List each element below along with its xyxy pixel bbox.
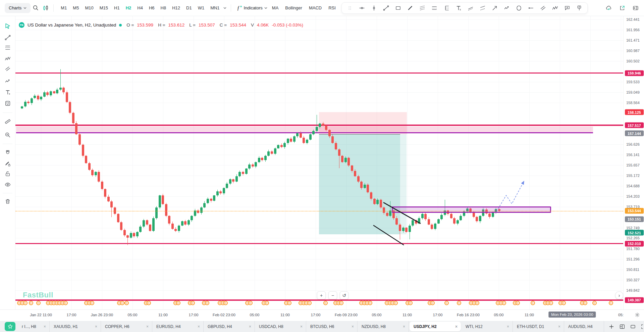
sidebar-tool-unlock-icon[interactable] [3,169,13,179]
fullscreen-icon[interactable] [640,323,644,331]
news-coin-icon[interactable]: C [248,301,253,305]
collapse-right-icon[interactable] [631,3,641,13]
sidebar-tool-brush-lock-icon[interactable] [3,159,13,169]
news-coin-icon[interactable]: C [147,301,151,305]
tab-close-icon[interactable]: × [503,324,509,329]
layout-single-icon[interactable] [629,323,637,331]
timeframe-m5[interactable]: M5 [70,4,81,12]
horizontal-ray-icon[interactable] [525,3,537,13]
disjoint-channel-icon[interactable] [477,3,489,13]
tab-close-icon[interactable]: × [246,324,251,329]
news-coin-icon[interactable]: C [323,301,328,305]
tab-close-icon[interactable]: × [297,324,303,329]
sidebar-tool-zoom-in-icon[interactable] [3,130,13,140]
indicator-shortcut-rsi[interactable]: RSI [326,4,338,12]
parallel-channel-icon[interactable] [537,3,549,13]
sidebar-tool-text-icon[interactable] [3,87,13,97]
indicators-button[interactable]: ƒ+ Indicators [237,5,267,11]
news-coin-icon[interactable]: C [368,301,372,305]
symbol-tab-nzdusd[interactable]: NZDUSD, H8× [358,321,409,332]
chart-plot-area[interactable]: FB US Dollar vs Japanese Yen, H2, Unadju… [15,16,623,310]
symbol-tab-audusd[interactable]: AUDUSD, H4 [564,321,604,332]
zoom-out-button[interactable]: − [328,291,337,299]
favorites-star-button[interactable] [5,322,15,331]
price-label-icon[interactable] [561,3,573,13]
news-coin-icon[interactable]: C [176,301,180,305]
time-axis[interactable]: Mon Feb 23, 2026 03:00 Jan 22 11:0017:00… [0,310,644,321]
ray-lines-icon[interactable] [440,3,452,13]
timeframe-h2[interactable]: H2 [123,4,134,12]
timeframe-m10[interactable]: M10 [83,4,96,12]
timeframe-h8[interactable]: H8 [158,4,169,12]
symbol-tab-usdcad[interactable]: USDCAD, H8× [255,321,306,332]
timeframe-m15[interactable]: M15 [97,4,110,12]
tab-close-icon[interactable]: × [348,324,354,329]
candle-chart-icon[interactable] [41,3,51,13]
charts-menu-button[interactable]: Charts [5,3,31,13]
search-icon[interactable] [31,3,41,13]
vertical-line-icon[interactable] [368,3,380,13]
add-tab-icon[interactable] [607,323,615,331]
tab-close-icon[interactable]: × [40,324,46,329]
symbol-tab-btcusd[interactable]: BTCUSD, H6× [306,321,358,332]
timeframe-w1[interactable]: W1 [196,4,207,12]
trend-angle-icon[interactable] [416,3,428,13]
news-coin-icon[interactable]: C [307,301,312,305]
price-line-152.01[interactable] [15,243,623,244]
symbol-tab-usdjpy[interactable]: USDJPY, H2× [410,322,461,331]
news-coin-icon[interactable]: C [36,301,41,305]
sidebar-tool-magnet-icon[interactable] [3,148,13,158]
price-line-159.946[interactable] [15,73,623,74]
zoom-in-button[interactable]: + [317,291,326,299]
timeframe-h4[interactable]: H4 [135,4,145,12]
tab-close-icon[interactable]: × [452,324,458,329]
news-coin-icon[interactable]: C [408,301,413,305]
axis-settings-gear-icon[interactable] [635,312,640,318]
sidebar-tool-eye-icon[interactable] [3,180,13,190]
indicator-shortcut-ma[interactable]: MA [270,4,281,12]
symbol-tab-eth-usdt[interactable]: ETH-USDT, D1× [513,321,564,332]
elliott-wave-icon[interactable] [549,3,561,13]
slanted-lines-icon[interactable] [465,3,477,13]
news-coin-icon[interactable]: C [124,301,129,305]
price-axis[interactable]: 162.441161.956161.471160.987160.502159.5… [623,16,644,310]
news-coin-icon[interactable]: C [63,301,68,305]
news-coin-icon[interactable]: C [583,301,587,305]
news-coin-icon[interactable]: C [430,301,435,305]
sidebar-tool-ruler-icon[interactable] [3,116,13,127]
symbol-tab-eurusd[interactable]: EURUSD, H4× [152,321,204,332]
news-coin-icon[interactable]: C [393,301,398,305]
timeframe-chevron-icon[interactable] [222,3,228,13]
news-coin-icon[interactable]: C [561,301,566,305]
price-note-icon[interactable] [573,3,585,13]
cloud-sync-icon[interactable] [604,3,614,13]
timeframe-h12[interactable]: H12 [170,4,182,12]
sidebar-tool-polyline-icon[interactable] [3,76,13,86]
news-coin-icon[interactable]: C [191,301,195,305]
symbol-tab-r-i-[interactable]: r I..., H8× [18,321,50,332]
timeframe-h1[interactable]: H1 [112,4,122,12]
timeframe-m1[interactable]: M1 [58,4,69,12]
layout-grid-icon[interactable] [618,323,626,331]
tab-close-icon[interactable]: × [92,324,97,329]
news-coin-icon[interactable]: C [475,301,479,305]
sidebar-tool-delete-icon[interactable] [3,196,13,206]
indicator-shortcut-macd[interactable]: MACD [307,4,324,12]
news-coin-icon[interactable]: C [265,301,269,305]
symbol-tab-xauusd[interactable]: XAUUSD, H1× [50,321,101,332]
scroll-right-button[interactable]: › [615,291,623,299]
sidebar-tool-emoji-icon[interactable] [3,98,13,108]
news-coin-icon[interactable]: C [516,301,520,305]
tab-close-icon[interactable]: × [555,324,560,329]
symbol-tab-wti[interactable]: WTI, H12× [462,321,513,332]
news-coin-icon[interactable]: C [120,301,124,305]
news-coin-icon[interactable]: C [287,301,291,305]
polyline-icon[interactable] [501,3,513,13]
price-line-149.387[interactable] [15,299,623,301]
news-coin-icon[interactable]: C [457,301,461,305]
reset-view-button[interactable]: ↺ [340,291,348,299]
tab-close-icon[interactable]: × [194,324,200,329]
news-coin-icon[interactable]: C [592,301,597,305]
sidebar-tool-fib-retracement-icon[interactable] [3,43,13,53]
news-coin-icon[interactable]: C [29,301,33,305]
